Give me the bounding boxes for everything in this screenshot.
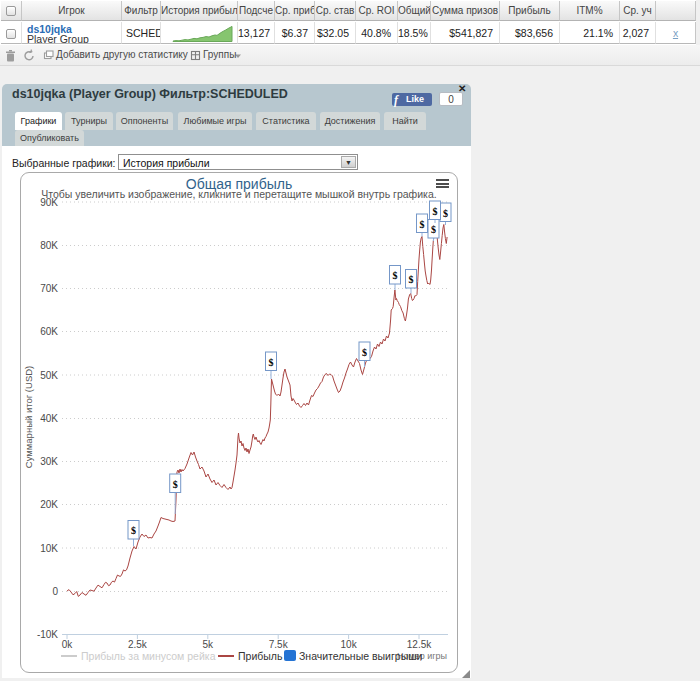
tab-find[interactable]: Найти (384, 112, 426, 130)
svg-text:$: $ (409, 274, 414, 285)
svg-text:Прибыль: Прибыль (238, 650, 283, 662)
svg-text:$: $ (420, 219, 425, 230)
filter: SCHEDULED (122, 22, 161, 44)
svg-text:10K: 10K (40, 543, 58, 554)
svg-text:$: $ (362, 347, 367, 358)
fb-like[interactable]: fLike (392, 93, 432, 106)
groups[interactable]: Группы (203, 49, 236, 60)
graph-select[interactable]: История прибыли▼ (118, 154, 358, 170)
svg-text:40K: 40K (40, 413, 58, 424)
svg-text:Прибыль за минусом рейка: Прибыль за минусом рейка (81, 650, 216, 662)
svg-text:20K: 20K (40, 499, 58, 510)
resize-handle (462, 670, 470, 678)
svg-text:10k: 10k (341, 639, 358, 650)
svg-text:$: $ (269, 357, 274, 368)
svg-text:$: $ (393, 270, 398, 281)
svg-text:50K: 50K (40, 370, 58, 381)
svg-text:70K: 70K (40, 283, 58, 294)
svg-text:12.5k: 12.5k (407, 639, 432, 650)
svg-text:0: 0 (52, 586, 58, 597)
svg-text:60K: 60K (40, 326, 58, 337)
svg-text:7.5k: 7.5k (269, 639, 289, 650)
toolbar: Добавить другую статистику Группы (0, 45, 700, 66)
tab-opponents[interactable]: Оппоненты (116, 112, 173, 130)
chart: 90K 80K 70K 60K 50K 40K 30K 20K 10K 0 -1… (21, 173, 457, 672)
svg-text:$: $ (173, 479, 178, 490)
svg-text:$: $ (131, 525, 136, 536)
tab-stats[interactable]: Статистика (256, 112, 316, 130)
svg-text:5k: 5k (203, 639, 215, 650)
tab-publish[interactable]: Опубликовать (15, 130, 84, 146)
svg-text:2.5k: 2.5k (128, 639, 148, 650)
tab-favorites[interactable]: Любимые игры (178, 112, 252, 130)
sparkline (161, 22, 238, 44)
svg-text:Суммарный итог (USD): Суммарный итог (USD) (23, 366, 34, 468)
svg-text:Значительные выигрыши: Значительные выигрыши (299, 650, 423, 662)
svg-text:0k: 0k (62, 639, 74, 650)
tab-tournaments[interactable]: Турниры (65, 112, 113, 130)
tab-achievements[interactable]: Достижения (320, 112, 380, 130)
sharkscope-player-page: Игрок Фильтр История прибыл Подсче Ср. п… (0, 0, 700, 681)
svg-text:$: $ (433, 206, 438, 217)
svg-text:30K: 30K (40, 456, 58, 467)
select-label: Выбранные графики: (12, 157, 116, 169)
svg-text:$: $ (431, 224, 436, 235)
add-stat[interactable]: Добавить другую статистику (56, 49, 188, 60)
panel-close[interactable]: ✕ (458, 83, 466, 94)
svg-text:$: $ (443, 208, 448, 219)
stats-table: Игрок Фильтр История прибыл Подсче Ср. п… (0, 0, 696, 45)
panel-title: ds10jqka (Player Group) Фильтр:SCHEDULED (12, 87, 288, 101)
svg-text:80K: 80K (40, 240, 58, 251)
tab-graphs[interactable]: Графики (15, 112, 62, 130)
remove-link[interactable]: x (673, 27, 678, 39)
svg-text:-10K: -10K (37, 629, 58, 640)
svg-text:90K: 90K (40, 197, 58, 208)
